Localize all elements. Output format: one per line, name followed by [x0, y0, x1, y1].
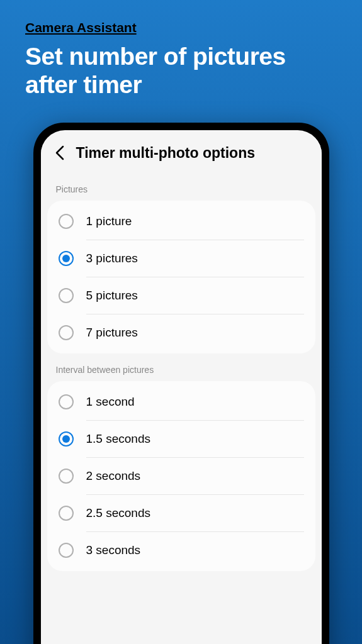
banner-subtitle: Camera Assistant: [25, 20, 337, 35]
radio-5-pictures[interactable]: [59, 288, 74, 303]
option-label: 2.5 seconds: [86, 506, 150, 520]
phone-frame: Timer multi-photo options Pictures 1 pic…: [33, 123, 329, 644]
option-label: 7 pictures: [86, 326, 138, 340]
screen-title: Timer multi-photo options: [76, 145, 256, 162]
radio-1-5-seconds[interactable]: [59, 431, 74, 447]
option-label: 3 seconds: [86, 543, 141, 557]
option-5-pictures[interactable]: 5 pictures: [47, 277, 315, 314]
section-label-pictures: Pictures: [41, 173, 322, 201]
section-label-interval: Interval between pictures: [41, 353, 322, 381]
option-label: 1 second: [86, 395, 135, 409]
option-label: 2 seconds: [86, 469, 141, 483]
radio-3-seconds[interactable]: [59, 543, 74, 558]
option-group-pictures: 1 picture3 pictures5 pictures7 pictures: [47, 201, 315, 353]
option-1-picture[interactable]: 1 picture: [47, 203, 315, 240]
promo-banner: Camera Assistant Set number of pictures …: [0, 0, 362, 112]
radio-1-picture[interactable]: [59, 214, 74, 229]
option-label: 1 picture: [86, 214, 132, 228]
option-label: 5 pictures: [86, 289, 138, 303]
option-3-seconds[interactable]: 3 seconds: [47, 532, 315, 569]
option-label: 1.5 seconds: [86, 432, 150, 446]
radio-2-seconds[interactable]: [59, 469, 74, 484]
radio-7-pictures[interactable]: [59, 325, 74, 340]
option-1-second[interactable]: 1 second: [47, 384, 315, 420]
option-7-pictures[interactable]: 7 pictures: [47, 314, 315, 351]
radio-3-pictures[interactable]: [59, 251, 74, 266]
radio-1-second[interactable]: [59, 394, 74, 409]
screen-header: Timer multi-photo options: [41, 138, 322, 173]
option-2-5-seconds[interactable]: 2.5 seconds: [47, 495, 315, 531]
back-icon[interactable]: [51, 144, 69, 162]
option-group-interval: 1 second1.5 seconds2 seconds2.5 seconds3…: [47, 381, 315, 571]
radio-2-5-seconds[interactable]: [59, 506, 74, 521]
banner-title: Set number of pictures after timer: [25, 43, 337, 99]
option-1-5-seconds[interactable]: 1.5 seconds: [47, 421, 315, 457]
option-2-seconds[interactable]: 2 seconds: [47, 458, 315, 494]
option-label: 3 pictures: [86, 252, 138, 265]
option-3-pictures[interactable]: 3 pictures: [47, 240, 315, 277]
phone-screen: Timer multi-photo options Pictures 1 pic…: [41, 130, 322, 644]
